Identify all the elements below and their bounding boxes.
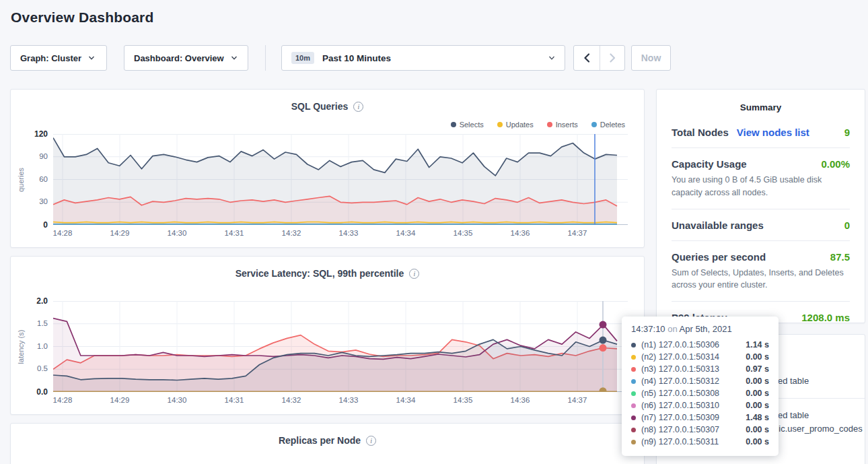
node-address: (n6) 127.0.0.1:50310 (641, 401, 719, 410)
info-icon[interactable]: i (366, 436, 376, 446)
node-color-dot (631, 367, 636, 372)
time-range-picker[interactable]: 10m Past 10 Minutes (281, 45, 565, 71)
legend-dot (591, 122, 597, 127)
qps-label: Queries per second (672, 251, 766, 263)
x-axis-tick-label: 14:30 (161, 396, 192, 404)
tooltip-node-row: (n9) 127.0.0.1:503110.00 s (631, 436, 769, 448)
x-axis-tick-label: 14:31 (219, 229, 250, 237)
summary-row-total-nodes: Total Nodes View nodes list 9 (672, 117, 850, 148)
total-nodes-value: 9 (844, 127, 850, 138)
x-axis-tick-label: 14:33 (333, 229, 364, 237)
tooltip-node-row: (n6) 127.0.0.1:503100.00 s (631, 399, 769, 411)
view-nodes-list-link[interactable]: View nodes list (737, 127, 809, 138)
page-title: Overview Dashboard (11, 9, 154, 26)
service-latency-title: Service Latency: SQL, 99th percentile (236, 268, 404, 279)
tooltip-rows: (n1) 127.0.0.1:503061.14 s(n2) 127.0.0.1… (631, 339, 769, 448)
node-color-dot (631, 391, 636, 396)
legend-item-selects[interactable]: Selects (451, 121, 484, 129)
capacity-usage-description: You are using 0 B of 4.5 GiB usable disk… (672, 174, 850, 199)
summary-row-unavailable-ranges: Unavailable ranges 0 (672, 209, 850, 241)
tooltip-node-row: (n4) 127.0.0.1:503120.00 s (631, 375, 769, 387)
legend-dot (497, 122, 503, 127)
sql-queries-plot[interactable]: 030609012014:2814:2914:3014:3114:3214:33… (53, 134, 628, 225)
node-color-dot (631, 379, 636, 384)
info-icon[interactable]: i (353, 102, 363, 112)
service-latency-plot[interactable]: 0.00.51.01.52.014:2814:2914:3014:3114:32… (53, 301, 628, 392)
now-button[interactable]: Now (631, 45, 671, 71)
unavailable-ranges-label: Unavailable ranges (672, 220, 764, 231)
chevron-right-icon (608, 53, 616, 63)
legend-label: Inserts (556, 121, 578, 129)
x-axis-tick-label: 14:36 (505, 229, 536, 237)
node-address: (n8) 127.0.0.1:50307 (641, 425, 719, 434)
x-axis-tick-label: 14:30 (161, 229, 192, 237)
summary-row-qps: Queries per second 87.5 Sum of Selects, … (672, 241, 850, 302)
tooltip-node-row: (n2) 127.0.0.1:503140.00 s (631, 351, 769, 363)
dashboard-dropdown-label: Dashboard: Overview (134, 53, 224, 63)
node-address: (n1) 127.0.0.1:50306 (641, 340, 719, 350)
unavailable-ranges-value: 0 (844, 220, 850, 231)
legend-label: Deletes (600, 121, 625, 129)
latency-hover-tooltip: 14:37:10 on Apr 5th, 2021 (n1) 127.0.0.1… (622, 317, 779, 456)
overview-dashboard-page: { "page_title": "Overview Dashboard", "t… (0, 0, 868, 464)
qps-value: 87.5 (830, 251, 850, 263)
tooltip-node-row: (n8) 127.0.0.1:503070.00 s (631, 424, 769, 436)
x-axis-tick-label: 14:29 (104, 229, 135, 237)
tooltip-time: 14:37:10 (631, 324, 665, 334)
x-axis-tick-label: 14:32 (276, 229, 307, 237)
legend-item-updates[interactable]: Updates (497, 121, 534, 129)
x-axis-tick-label: 14:36 (505, 396, 536, 404)
capacity-usage-label: Capacity Usage (672, 158, 747, 170)
time-range-badge: 10m (291, 52, 314, 64)
x-axis-tick-label: 14:37 (562, 396, 593, 404)
dashboard-dropdown[interactable]: Dashboard: Overview (124, 45, 248, 71)
sql-queries-title-row: SQL Queriesi (11, 90, 644, 112)
capacity-usage-value: 0.00% (821, 158, 850, 170)
graph-scope-dropdown[interactable]: Graph: Cluster (10, 45, 107, 71)
qps-description: Sum of Selects, Updates, Inserts, and De… (672, 267, 850, 292)
chevron-down-icon (88, 55, 95, 61)
x-axis-tick-label: 14:35 (447, 229, 478, 237)
node-color-dot (631, 416, 636, 420)
chevron-down-icon (231, 55, 238, 61)
summary-panel: Summary Total Nodes View nodes list 9 Ca… (656, 89, 865, 323)
replicas-per-node-chart-card: Replicas per Nodei (10, 423, 645, 464)
x-axis-tick-label: 14:28 (47, 229, 78, 237)
node-color-dot (631, 343, 636, 347)
next-range-button[interactable] (600, 46, 625, 70)
p99-latency-value: 1208.0 ms (801, 312, 850, 323)
sql-queries-legend: SelectsUpdatesInsertsDeletes (451, 121, 625, 129)
node-latency-value: 0.97 s (746, 364, 769, 374)
legend-item-inserts[interactable]: Inserts (547, 121, 578, 129)
service-latency-title-row: Service Latency: SQL, 99th percentilei (11, 257, 644, 279)
y-axis-title: latency (s) (15, 301, 26, 392)
node-latency-value: 0.00 s (746, 401, 769, 410)
node-address: (n7) 127.0.0.1:50309 (641, 413, 719, 422)
x-axis-tick-label: 14:37 (562, 229, 593, 237)
x-axis-tick-label: 14:31 (219, 396, 250, 404)
sql-queries-chart-card: SQL Queriesi SelectsUpdatesInsertsDelete… (10, 89, 645, 248)
node-address: (n3) 127.0.0.1:50313 (641, 364, 719, 374)
tooltip-node-row: (n1) 127.0.0.1:503061.14 s (631, 339, 769, 351)
x-axis-tick-label: 14:34 (390, 396, 421, 404)
sql-queries-title: SQL Queries (291, 101, 349, 112)
node-color-dot (631, 403, 636, 408)
summary-rows: Total Nodes View nodes list 9 Capacity U… (657, 112, 865, 323)
y-axis-title: queries (15, 134, 26, 225)
tooltip-on-word: on (667, 324, 677, 334)
node-color-dot (631, 355, 636, 360)
legend-item-deletes[interactable]: Deletes (591, 121, 625, 129)
total-nodes-label: Total Nodes (672, 127, 729, 138)
node-color-dot (631, 440, 636, 444)
graph-scope-dropdown-label: Graph: Cluster (20, 53, 81, 63)
node-latency-value: 1.48 s (746, 413, 769, 422)
previous-range-button[interactable] (574, 46, 600, 70)
info-icon[interactable]: i (409, 269, 419, 279)
node-address: (n9) 127.0.0.1:50311 (641, 437, 719, 446)
tooltip-date: Apr 5th, 2021 (680, 324, 732, 334)
node-latency-value: 0.00 s (746, 425, 769, 434)
summary-panel-title: Summary (657, 90, 865, 112)
replicas-title-row: Replicas per Nodei (11, 424, 644, 446)
tooltip-node-row: (n3) 127.0.0.1:503130.97 s (631, 363, 769, 375)
time-range-nav-group (573, 45, 625, 71)
